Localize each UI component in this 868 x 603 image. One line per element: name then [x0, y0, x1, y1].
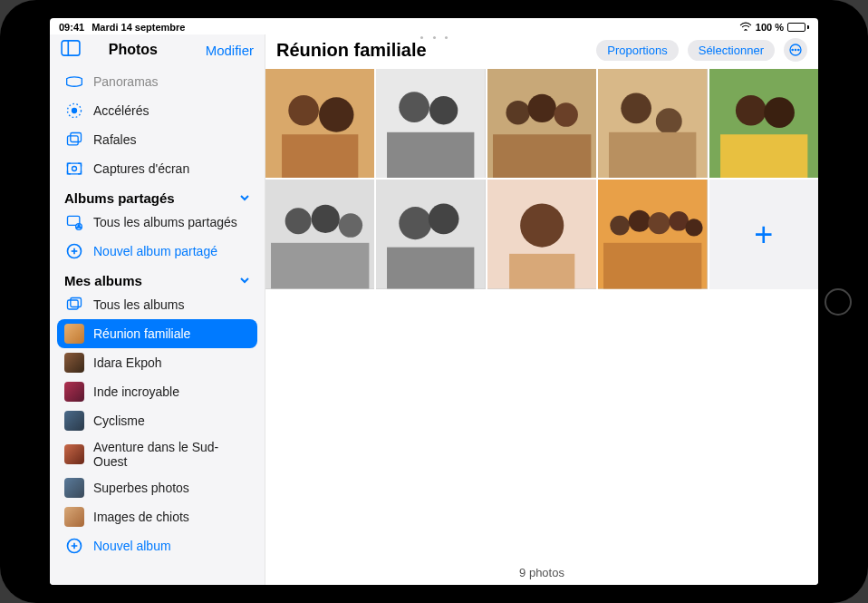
sidebar-item-aventure-sud-ouest[interactable]: Aventure dans le Sud-Ouest	[57, 435, 257, 473]
status-bar: 09:41 Mardi 14 septembre 100 %	[50, 18, 818, 34]
photo-tile[interactable]	[598, 180, 707, 288]
svg-point-22	[798, 49, 799, 50]
sidebar-item-label: Tous les albums	[93, 297, 184, 312]
sidebar-item-captures[interactable]: Captures d'écran	[57, 154, 257, 183]
svg-point-24	[288, 95, 319, 126]
svg-point-38	[656, 108, 682, 134]
home-button[interactable]	[825, 288, 852, 316]
sidebar-item-label: Inde incroyable	[93, 384, 179, 399]
sidebar-item-new-shared[interactable]: Nouvel album partagé	[57, 237, 257, 266]
sidebar-list[interactable]: Panoramas Accélérés Rafales	[50, 67, 265, 585]
content-header: Réunion familiale Proportions Sélectionn…	[265, 34, 818, 69]
album-thumb-icon	[64, 411, 84, 431]
svg-rect-52	[387, 248, 474, 289]
section-my-albums[interactable]: Mes albums	[57, 266, 257, 290]
album-thumb-icon	[64, 353, 84, 373]
svg-rect-5	[71, 133, 82, 142]
multitask-handle[interactable]	[420, 36, 448, 40]
svg-point-42	[764, 97, 795, 128]
photo-grid: +	[265, 69, 818, 289]
svg-point-46	[312, 205, 340, 233]
plus-icon	[64, 241, 84, 261]
chevron-down-icon	[239, 190, 250, 206]
wifi-icon	[739, 22, 752, 33]
sidebar-item-label: Réunion familiale	[93, 326, 190, 341]
proportions-button[interactable]: Proportions	[596, 40, 678, 61]
content-pane: Réunion familiale Proportions Sélectionn…	[265, 34, 818, 585]
plus-icon: +	[754, 216, 773, 254]
timelapse-icon	[64, 101, 84, 121]
sidebar-item-label: Images de chiots	[93, 510, 189, 524]
svg-point-33	[527, 94, 555, 122]
svg-rect-14	[68, 300, 79, 309]
select-button[interactable]: Sélectionner	[688, 40, 775, 61]
photo-tile[interactable]	[376, 69, 485, 178]
albums-icon	[64, 295, 84, 315]
svg-rect-6	[68, 163, 82, 174]
more-button[interactable]	[784, 38, 807, 62]
sidebar-item-idara-ekpoh[interactable]: Idara Ekpoh	[57, 348, 257, 377]
svg-rect-15	[71, 298, 82, 307]
svg-point-57	[610, 216, 630, 236]
svg-point-50	[400, 208, 432, 240]
svg-point-51	[429, 204, 459, 235]
svg-rect-30	[387, 132, 474, 179]
shared-albums-icon	[64, 212, 84, 232]
svg-point-58	[629, 210, 651, 232]
sidebar-item-label: Panoramas	[93, 74, 159, 89]
photo-tile[interactable]	[709, 69, 818, 178]
sidebar-item-panoramas[interactable]: Panoramas	[57, 67, 257, 96]
sidebar-item-new-album[interactable]: Nouvel album	[57, 531, 257, 560]
svg-point-20	[792, 49, 793, 50]
album-thumb-icon	[64, 382, 84, 402]
photo-tile[interactable]	[487, 69, 596, 178]
svg-rect-48	[271, 243, 369, 289]
add-photo-tile[interactable]: +	[709, 180, 818, 288]
sidebar-item-rafales[interactable]: Rafales	[57, 125, 257, 154]
svg-point-37	[621, 92, 651, 123]
svg-point-32	[506, 101, 529, 124]
svg-point-45	[285, 209, 312, 235]
svg-point-41	[735, 95, 766, 126]
sidebar-item-inde-incroyable[interactable]: Inde incroyable	[57, 377, 257, 406]
status-time: 09:41	[59, 22, 84, 33]
sidebar-item-label: Nouvel album	[93, 539, 171, 553]
sidebar-item-label: Tous les albums partagés	[93, 215, 237, 229]
svg-rect-62	[603, 243, 701, 289]
section-label: Mes albums	[64, 273, 142, 288]
svg-point-7	[72, 167, 77, 171]
sidebar-item-label: Nouvel album partagé	[93, 244, 217, 258]
edit-button[interactable]: Modifier	[206, 43, 254, 58]
sidebar-item-all-shared[interactable]: Tous les albums partagés	[57, 208, 257, 237]
sidebar-item-reunion-familiale[interactable]: Réunion familiale	[57, 319, 257, 348]
album-thumb-icon	[64, 507, 84, 527]
sidebar-item-all-albums[interactable]: Tous les albums	[57, 290, 257, 319]
sidebar-item-superbes-photos[interactable]: Superbes photos	[57, 473, 257, 502]
svg-rect-39	[609, 132, 696, 179]
photo-tile[interactable]	[598, 69, 707, 178]
bursts-icon	[64, 130, 84, 150]
screenshots-icon	[64, 159, 84, 179]
album-thumb-icon	[64, 478, 84, 498]
album-thumb-icon	[64, 444, 84, 464]
svg-rect-4	[68, 136, 79, 145]
sidebar-item-acceleres[interactable]: Accélérés	[57, 96, 257, 125]
photo-tile[interactable]	[265, 180, 374, 288]
panoramas-icon	[64, 72, 84, 92]
svg-rect-43	[720, 134, 807, 178]
status-date: Mardi 14 septembre	[92, 22, 185, 33]
svg-point-34	[554, 102, 577, 126]
photo-tile[interactable]	[487, 180, 596, 288]
svg-rect-35	[493, 134, 591, 178]
svg-point-29	[429, 96, 458, 124]
sidebar-item-label: Aventure dans le Sud-Ouest	[93, 440, 250, 469]
sidebar-item-cyclisme[interactable]: Cyclisme	[57, 406, 257, 435]
photo-tile[interactable]	[265, 69, 374, 178]
photo-tile[interactable]	[376, 180, 485, 288]
photo-count: 9 photos	[265, 559, 818, 585]
svg-point-61	[686, 219, 703, 237]
sidebar-item-label: Cyclisme	[93, 413, 145, 428]
sidebar-item-label: Rafales	[93, 132, 136, 147]
sidebar-item-images-chiots[interactable]: Images de chiots	[57, 502, 257, 531]
section-shared-albums[interactable]: Albums partagés	[57, 183, 257, 208]
